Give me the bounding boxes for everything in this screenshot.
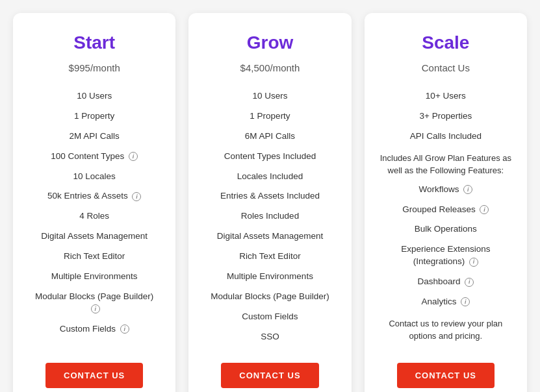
plan-features-scale: 10+ Users 3+ Properties API Calls Includ… — [380, 86, 511, 347]
feature-item: Custom Fields i — [29, 319, 160, 339]
feature-item: 10 Users — [204, 86, 335, 106]
pricing-container: Start $995/month 10 Users 1 Property 2M … — [13, 13, 527, 392]
feature-item: Entries & Assets Included — [204, 186, 335, 206]
feature-item: Experience Extensions (Integrations) i — [380, 239, 511, 272]
plan-card-scale: Scale Contact Us 10+ Users 3+ Properties… — [365, 13, 527, 392]
plan-price-amount-grow: $4,500 — [240, 62, 270, 73]
info-icon[interactable]: i — [120, 325, 129, 334]
feature-item: 2M API Calls — [29, 127, 160, 147]
feature-item: 6M API Calls — [204, 127, 335, 147]
feature-item: Bulk Operations — [380, 219, 511, 239]
contact-button-scale[interactable]: CONTACT US — [397, 363, 495, 388]
feature-item: Grouped Releases i — [380, 200, 511, 220]
feature-item: Multiple Environments — [29, 267, 160, 287]
feature-item: SSO — [204, 327, 335, 347]
plan-features-start: 10 Users 1 Property 2M API Calls 100 Con… — [29, 86, 160, 347]
feature-item: Roles Included — [204, 206, 335, 227]
feature-item: Rich Text Editor — [29, 247, 160, 267]
contact-button-grow[interactable]: CONTACT US — [221, 363, 318, 388]
plan-card-start: Start $995/month 10 Users 1 Property 2M … — [13, 13, 175, 392]
feature-item: Dashboard i — [380, 272, 511, 292]
plan-price-amount-start: $995 — [69, 62, 90, 73]
feature-item: Analytics i — [380, 292, 511, 312]
feature-item: 10 Locales — [29, 167, 160, 187]
feature-item: Rich Text Editor — [204, 247, 335, 267]
feature-item: 1 Property — [29, 106, 160, 127]
info-icon[interactable]: i — [91, 304, 100, 313]
info-icon[interactable]: i — [463, 185, 472, 194]
feature-item: 50k Entries & Assets i — [29, 186, 160, 206]
feature-item: 4 Roles — [29, 206, 160, 227]
plan-price-start: $995/month — [69, 60, 120, 75]
info-icon[interactable]: i — [469, 258, 478, 267]
feature-item: Digital Assets Management — [29, 227, 160, 247]
plan-price-label-scale: Contact Us — [422, 62, 470, 73]
info-icon[interactable]: i — [465, 278, 474, 287]
plan-title-start: Start — [73, 32, 115, 53]
plan-card-grow: Grow $4,500/month 10 Users 1 Property 6M… — [188, 13, 351, 392]
plan-title-grow: Grow — [247, 32, 294, 53]
feature-item: 100 Content Types i — [29, 147, 160, 167]
feature-item: 1 Property — [204, 106, 335, 127]
info-icon[interactable]: i — [461, 297, 470, 306]
feature-item: 3+ Properties — [380, 106, 511, 127]
plan-price-grow: $4,500/month — [240, 60, 300, 75]
feature-item: Custom Fields — [204, 307, 335, 327]
info-icon[interactable]: i — [129, 152, 138, 161]
feature-intro: Includes All Grow Plan Features as well … — [380, 147, 511, 180]
feature-item: Multiple Environments — [204, 267, 335, 287]
feature-item: Workflows i — [380, 180, 511, 200]
feature-item: 10 Users — [29, 86, 160, 106]
contact-button-start[interactable]: CONTACT US — [45, 363, 143, 388]
plan-features-grow: 10 Users 1 Property 6M API Calls Content… — [204, 86, 335, 347]
plan-price-period-start: /month — [90, 62, 120, 73]
plan-title-scale: Scale — [422, 32, 469, 53]
feature-item: API Calls Included — [380, 127, 511, 147]
contact-note: Contact us to review your plan options a… — [380, 312, 511, 345]
plan-price-period-grow: /month — [270, 62, 300, 73]
info-icon[interactable]: i — [480, 205, 489, 214]
feature-item: 10+ Users — [380, 86, 511, 106]
feature-item: Modular Blocks (Page Builder) — [204, 287, 335, 307]
feature-item: Locales Included — [204, 167, 335, 187]
info-icon[interactable]: i — [132, 192, 141, 201]
feature-item: Content Types Included — [204, 147, 335, 167]
plan-price-scale: Contact Us — [422, 60, 470, 75]
feature-item: Digital Assets Management — [204, 227, 335, 247]
feature-item: Modular Blocks (Page Builder) i — [29, 287, 160, 319]
